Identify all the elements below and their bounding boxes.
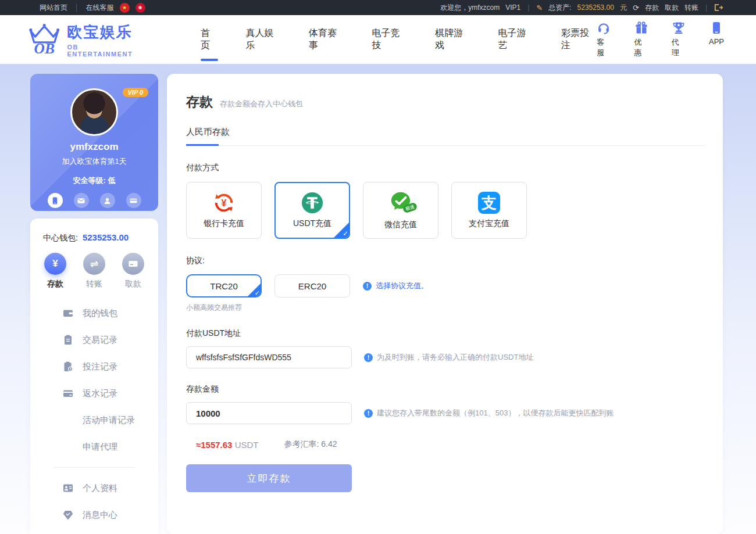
method-usdt[interactable]: USDT充值 [274,182,350,239]
selected-check-icon [334,223,349,238]
page-subtitle: 存款金额会存入中心钱包 [220,99,303,109]
method-alipay[interactable]: 支 支付宝充值 [451,182,527,239]
quick-label: 优惠 [634,37,648,58]
security-level: 安全等级: 低 [30,175,158,186]
action-withdraw[interactable]: 取款 [122,253,144,289]
vip-badge: VIP 0 [123,88,149,97]
deposit-amount-label: 存款金额 [186,384,705,395]
transfer-arrows-icon: ⇌ [83,253,105,275]
hongkong-flag-icon[interactable]: ❀ [135,3,145,13]
id-card-icon [62,482,74,494]
quick-links: 客服 优惠 代理 [597,21,724,58]
quick-promotions[interactable]: 优惠 [634,21,648,58]
brand-logo[interactable]: OB 欧宝娱乐 OB ENTERTAINMENT [26,22,145,58]
quick-label: 客服 [597,37,611,58]
divider: | [704,3,708,12]
sidebar-menu-card: 中心钱包: 5235253.00 ¥ 存款 ⇌ 转账 取款 [30,218,158,534]
info-icon [363,282,372,291]
wallet-label: 中心钱包: [43,233,78,243]
rebate-card-icon [62,388,74,399]
phone-bound-icon[interactable] [48,193,63,208]
deposit-panel: 存款 存款金额会存入中心钱包 人民币存款 付款方式 ¥ 银行卡充值 [167,74,723,534]
menu-apply-agent[interactable]: 申请代理 [30,433,158,460]
menu-activity-applications[interactable]: 活动申请记录 [30,407,158,433]
security-binding-icons [30,193,158,208]
protocol-label: 协议: [186,256,705,266]
usdt-address-input[interactable] [186,346,352,368]
wallet-balance: 5235253.00 [83,232,129,242]
usdt-tether-icon [301,192,323,214]
deposit-amount-input[interactable] [186,402,352,424]
clipboard-icon [62,334,74,346]
nav-live-casino[interactable]: 真人娱乐 [246,10,281,69]
nav-lottery[interactable]: 彩票投注 [561,10,597,69]
headset-icon [597,21,611,35]
withdraw-card-icon [122,253,144,275]
bet-record-icon [62,361,74,372]
wallet-icon [62,307,74,319]
main-header: OB 欧宝娱乐 OB ENTERTAINMENT 首页 真人娱乐 体育赛事 电子… [0,15,756,64]
action-transfer[interactable]: ⇌ 转账 [83,253,105,289]
menu-my-wallet[interactable]: 我的钱包 [30,300,158,327]
online-cs-link[interactable]: 在线客服 [86,3,114,13]
page-body: VIP 0 ymfxzcom 加入欧宝体育第1天 安全等级: 低 [0,64,756,534]
bank-yen-icon: ¥ [213,192,235,214]
deposit-link[interactable]: 存款 [645,3,659,13]
deposit-amount-hint: 建议您存入带尾数的金额（例101、503），以便存款后能更快匹配到账 [364,408,614,418]
brand-name-cn: 欧宝娱乐 [67,22,144,42]
exchange-rate: 参考汇率: 6.42 [284,439,337,450]
protocol-hint: 选择协议充值。 [363,281,429,291]
svg-text:OB: OB [34,40,55,56]
card-unbound-icon[interactable] [126,193,141,208]
menu-bet-records[interactable]: 投注记录 [30,353,158,380]
quick-customer-service[interactable]: 客服 [597,21,611,58]
withdraw-link[interactable]: 取款 [665,3,679,13]
menu-rebate-records[interactable]: 返水记录 [30,380,158,407]
quick-app[interactable]: APP [709,21,724,58]
selected-check-icon [248,284,261,296]
wallet-actions: ¥ 存款 ⇌ 转账 取款 [30,243,158,289]
protocol-trc20[interactable]: TRC20 [186,274,262,298]
nav-board-games[interactable]: 棋牌游戏 [435,10,470,69]
menu-message-center[interactable]: 消息中心 [30,501,158,528]
profile-unbound-icon[interactable] [100,193,115,208]
svg-text:¥: ¥ [222,198,227,208]
quick-agent[interactable]: 代理 [672,21,686,58]
user-profile-card: VIP 0 ymfxzcom 加入欧宝体育第1天 安全等级: 低 [30,74,158,211]
protocol-erc20[interactable]: ERC20 [274,274,350,298]
logout-icon[interactable] [714,3,723,12]
email-unbound-icon[interactable] [74,193,89,208]
usdt-address-hint: 为及时到账，请务必输入正确的付款USDT地址 [364,352,533,363]
method-bank-card[interactable]: ¥ 银行卡充值 [186,182,262,239]
nav-sports[interactable]: 体育赛事 [309,10,344,69]
refresh-icon[interactable]: ⟳ [633,3,639,12]
nav-esports[interactable]: 电子竞技 [372,10,408,69]
gift-icon [634,21,648,35]
china-flag-icon[interactable]: ★ [120,3,130,13]
quick-label: 代理 [672,37,686,58]
submit-deposit-button[interactable]: 立即存款 [186,464,352,492]
yen-icon: ¥ [44,253,66,275]
action-deposit[interactable]: ¥ 存款 [44,253,66,289]
usdt-address-label: 付款USDT地址 [186,328,705,339]
nav-slots[interactable]: 电子游艺 [498,10,533,69]
avatar[interactable] [70,88,118,136]
joined-days: 加入欧宝体育第1天 [30,156,158,167]
nav-home[interactable]: 首页 [201,10,219,69]
crown-ob-logo-icon: OB [26,23,62,56]
alipay-icon: 支 [478,192,500,214]
tab-cny-deposit[interactable]: 人民币存款 [186,127,230,145]
brand-name-en: OB ENTERTAINMENT [67,44,144,58]
site-home-link[interactable]: 网站首页 [40,3,67,13]
menu-transaction-records[interactable]: 交易记录 [30,327,158,353]
payment-method-label: 付款方式 [186,163,705,173]
phone-icon [709,21,723,35]
payment-methods: ¥ 银行卡充值 USDT充值 极速 [186,182,705,239]
method-wechat[interactable]: 极速 微信充值 [363,182,438,239]
menu-personal-info[interactable]: 个人资料 [30,475,158,501]
gem-icon [62,509,74,521]
transfer-link[interactable]: 转账 [684,3,698,13]
menu-feedback[interactable]: 意见反馈 [30,528,158,534]
protocol-note: 小额高频交易推荐 [186,303,705,313]
deposit-tabs: 人民币存款 [186,127,705,146]
